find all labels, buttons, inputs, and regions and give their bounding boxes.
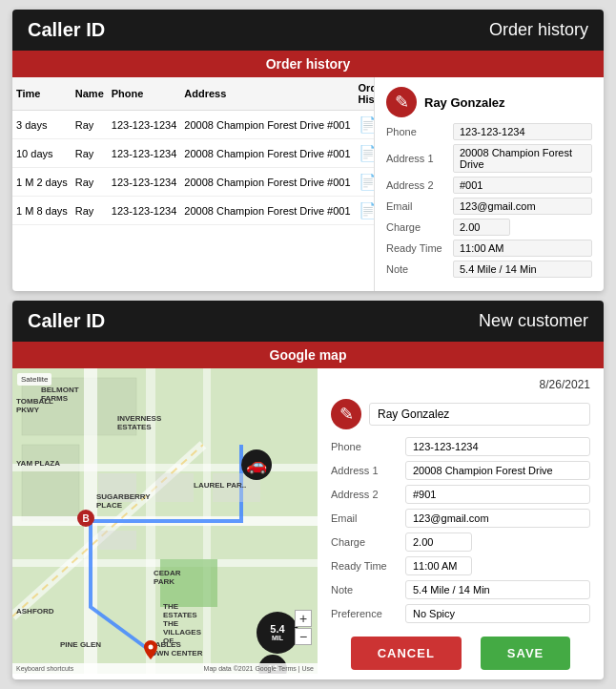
zoom-in-button[interactable]: + bbox=[295, 610, 312, 627]
satellite-label[interactable]: Satellite bbox=[17, 373, 51, 386]
cell-time: 1 M 8 days bbox=[12, 197, 72, 225]
form-addr2-input[interactable] bbox=[405, 485, 590, 504]
cell-time: 10 days bbox=[12, 139, 72, 168]
detail-addr1-row: Address 1 20008 Champion Forest Drive bbox=[386, 144, 592, 173]
detail-note-value: 5.4 Mile / 14 Min bbox=[453, 261, 592, 278]
form-email-input[interactable] bbox=[405, 509, 590, 528]
table-row: 3 days Ray 123-123-1234 20008 Champion F… bbox=[12, 111, 375, 139]
form-pref-row: Preference bbox=[331, 604, 590, 623]
form-addr1-input[interactable] bbox=[405, 461, 590, 480]
cell-address: 20008 Champion Forest Drive #001 bbox=[180, 168, 354, 197]
zoom-out-button[interactable]: − bbox=[295, 628, 312, 645]
table-row: 10 days Ray 123-123-1234 20008 Champion … bbox=[12, 139, 375, 168]
map-label-inverness: INVERNESSESTATES bbox=[117, 414, 161, 431]
cancel-button[interactable]: CANCEL bbox=[351, 637, 462, 670]
detail-phone-value: 123-123-1234 bbox=[453, 123, 592, 140]
form-charge-input[interactable] bbox=[405, 532, 472, 552]
map-label-pine: PINE GLEN bbox=[60, 640, 101, 649]
cell-phone: 123-123-1234 bbox=[108, 111, 181, 139]
form-addr1-row: Address 1 bbox=[331, 461, 590, 480]
detail-email-row: Email 123@gmail.com bbox=[386, 198, 592, 215]
form-ready-label: Ready Time bbox=[331, 560, 405, 572]
map-label-cedar: CEDARPARK bbox=[154, 569, 180, 586]
new-customer-panel: Caller ID New customer Google map bbox=[12, 301, 604, 679]
form-phone-row: Phone bbox=[331, 437, 590, 456]
map-pin-destination bbox=[144, 640, 157, 663]
cell-name: Ray bbox=[72, 111, 108, 139]
form-name-input[interactable] bbox=[369, 403, 590, 426]
detail-addr1-value: 20008 Champion Forest Drive bbox=[453, 144, 592, 173]
form-note-row: Note bbox=[331, 580, 590, 599]
form-email-label: Email bbox=[331, 512, 405, 524]
cell-doc[interactable]: 📄 bbox=[355, 111, 375, 139]
detail-charge-label: Charge bbox=[386, 221, 453, 233]
detail-charge-row: Charge 2.00 bbox=[386, 219, 592, 236]
order-caller-id-title: Caller ID bbox=[28, 19, 105, 41]
map-label-laurel: LAUREL PAR.. bbox=[194, 481, 246, 490]
cell-address: 20008 Champion Forest Drive #001 bbox=[180, 111, 354, 139]
detail-note-row: Note 5.4 Mile / 14 Min bbox=[386, 261, 592, 278]
form-note-input[interactable] bbox=[405, 580, 590, 599]
new-customer-form: 8/26/2021 ✎ Phone Address 1 Address 2 Em… bbox=[318, 368, 604, 679]
detail-addr2-row: Address 2 #001 bbox=[386, 177, 592, 194]
document-icon: 📄 bbox=[359, 116, 375, 133]
form-avatar-row: ✎ bbox=[331, 399, 590, 429]
detail-avatar-row: ✎ Ray Gonzalez bbox=[386, 87, 592, 117]
form-note-label: Note bbox=[331, 584, 405, 595]
order-history-subheader: Order history bbox=[12, 51, 604, 77]
detail-addr2-value: #001 bbox=[453, 177, 592, 194]
cell-doc[interactable]: 📄 bbox=[355, 168, 375, 197]
form-pref-label: Preference bbox=[331, 608, 405, 619]
cell-name: Ray bbox=[72, 168, 108, 197]
table-row: 1 M 2 days Ray 123-123-1234 20008 Champi… bbox=[12, 168, 375, 197]
form-pref-input[interactable] bbox=[405, 604, 590, 623]
form-phone-label: Phone bbox=[331, 441, 405, 452]
form-date: 8/26/2021 bbox=[331, 378, 590, 391]
map-label-yam: YAM PLAZA bbox=[16, 459, 60, 468]
col-address: Address bbox=[180, 77, 354, 111]
save-button[interactable]: SAVE bbox=[481, 637, 570, 670]
order-table: Time Name Phone Address OrderHistory 4Fo… bbox=[12, 77, 375, 225]
detail-charge-value: 2.00 bbox=[453, 219, 510, 236]
col-phone: Phone bbox=[108, 77, 181, 111]
detail-email-value: 123@gmail.com bbox=[453, 198, 592, 215]
car-icon: 🚗 bbox=[241, 449, 272, 480]
map-label-ashford: ASHFORD bbox=[16, 607, 54, 616]
col-order-history: OrderHistory bbox=[355, 77, 375, 111]
distance-large-unit: MIL bbox=[272, 635, 283, 642]
cell-phone: 123-123-1234 bbox=[108, 168, 181, 197]
google-map-subheader: Google map bbox=[12, 342, 604, 368]
document-icon: 📄 bbox=[359, 174, 375, 190]
order-history-header: Caller ID Order history bbox=[12, 10, 604, 51]
detail-addr2-label: Address 2 bbox=[386, 179, 453, 191]
new-customer-body: Satellite BELMONTFARMS TOMBALLPKWY INVER… bbox=[12, 368, 604, 679]
new-customer-header: Caller ID New customer bbox=[12, 301, 604, 342]
cell-name: Ray bbox=[72, 197, 108, 225]
cell-address: 20008 Champion Forest Drive #001 bbox=[180, 139, 354, 168]
new-customer-title: New customer bbox=[479, 311, 588, 331]
detail-ready-row: Ready Time 11:00 AM bbox=[386, 240, 592, 257]
form-ready-input[interactable] bbox=[405, 556, 472, 575]
order-detail: ✎ Ray Gonzalez Phone 123-123-1234 Addres… bbox=[375, 77, 604, 291]
detail-note-label: Note bbox=[386, 263, 453, 275]
document-icon: 📄 bbox=[359, 202, 375, 219]
form-addr2-row: Address 2 bbox=[331, 485, 590, 504]
map-container: Satellite BELMONTFARMS TOMBALLPKWY INVER… bbox=[12, 368, 318, 674]
cell-address: 20008 Champion Forest Drive #001 bbox=[180, 197, 354, 225]
col-name: Name bbox=[72, 77, 108, 111]
form-ready-row: Ready Time bbox=[331, 556, 590, 575]
form-phone-input[interactable] bbox=[405, 437, 590, 456]
document-icon: 📄 bbox=[359, 145, 375, 161]
cell-doc[interactable]: 📄 bbox=[355, 139, 375, 168]
svg-point-16 bbox=[149, 645, 154, 650]
cell-doc[interactable]: 📄 bbox=[355, 197, 375, 225]
order-table-wrap: Time Name Phone Address OrderHistory 4Fo… bbox=[12, 77, 375, 291]
detail-phone-label: Phone bbox=[386, 126, 453, 137]
detail-addr1-label: Address 1 bbox=[386, 153, 453, 164]
svg-rect-14 bbox=[155, 473, 194, 502]
map-pin-b: B bbox=[77, 510, 94, 527]
cell-phone: 123-123-1234 bbox=[108, 139, 181, 168]
zoom-controls: + − bbox=[295, 610, 312, 645]
form-charge-label: Charge bbox=[331, 536, 405, 548]
svg-rect-13 bbox=[98, 531, 136, 550]
